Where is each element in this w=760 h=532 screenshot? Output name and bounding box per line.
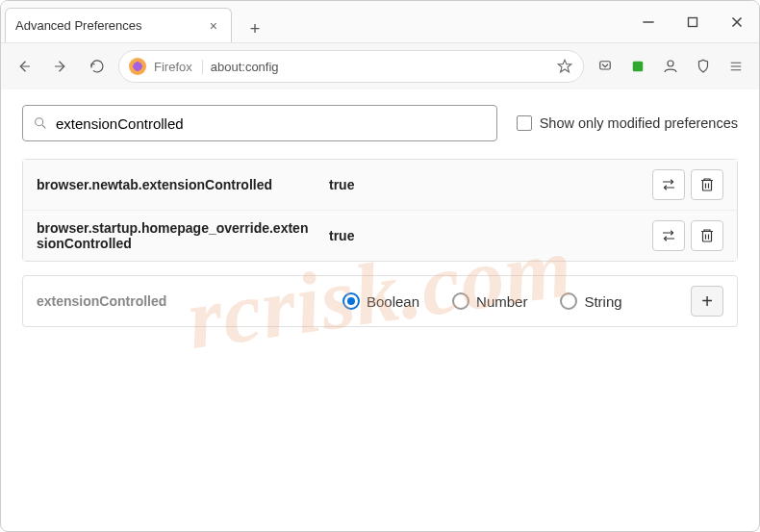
shield-icon <box>695 58 712 75</box>
minimize-window-button[interactable] <box>626 1 671 42</box>
minimize-icon <box>640 13 657 31</box>
svg-point-9 <box>668 61 673 66</box>
type-radio-number[interactable]: Number <box>452 292 527 310</box>
pocket-icon <box>596 58 614 75</box>
maximize-window-button[interactable] <box>671 1 715 42</box>
urlbar-address: about:config <box>211 60 279 74</box>
pref-row: browser.startup.homepage_override.extens… <box>23 210 737 261</box>
maximize-icon <box>684 13 701 31</box>
urlbar[interactable]: Firefox about:config <box>118 50 584 83</box>
star-icon[interactable] <box>556 58 573 75</box>
show-modified-checkbox[interactable]: Show only modified preferences <box>517 115 738 131</box>
shield-button[interactable] <box>688 51 719 82</box>
account-button[interactable] <box>655 51 686 82</box>
svg-rect-8 <box>633 62 644 72</box>
checkbox-label: Show only modified preferences <box>540 115 738 131</box>
new-pref-name: extensionControlled <box>37 293 316 309</box>
radio-icon <box>560 292 577 310</box>
radio-icon <box>342 292 360 310</box>
radio-icon <box>452 292 469 310</box>
svg-rect-18 <box>703 232 712 242</box>
svg-marker-6 <box>558 60 571 72</box>
app-menu-button[interactable] <box>721 51 751 82</box>
radio-label: String <box>584 293 621 310</box>
svg-point-13 <box>36 118 43 126</box>
extension-button[interactable] <box>622 51 653 82</box>
toggle-button[interactable] <box>652 169 685 200</box>
pref-name: browser.newtab.extensionControlled <box>37 177 316 192</box>
swap-icon <box>660 176 677 193</box>
type-radio-boolean[interactable]: Boolean <box>342 292 419 310</box>
pref-name: browser.startup.homepage_override.extens… <box>37 220 316 251</box>
forward-button[interactable] <box>45 51 76 82</box>
new-pref-row: extensionControlled Boolean Number Strin… <box>22 275 738 327</box>
reload-button[interactable] <box>82 51 113 82</box>
svg-rect-1 <box>689 17 697 26</box>
pref-value: true <box>329 177 639 192</box>
reload-icon <box>89 58 106 75</box>
type-radio-string[interactable]: String <box>560 292 621 310</box>
toggle-button[interactable] <box>652 220 685 251</box>
close-window-button[interactable] <box>715 1 759 42</box>
arrow-right-icon <box>52 58 69 75</box>
browser-tab[interactable]: Advanced Preferences × <box>5 8 232 42</box>
swap-icon <box>660 227 677 244</box>
pref-row: browser.newtab.extensionControlled true <box>23 160 737 210</box>
trash-icon <box>698 227 716 244</box>
puzzle-icon <box>629 58 646 75</box>
results-list: browser.newtab.extensionControlled true … <box>22 159 738 262</box>
radio-label: Boolean <box>367 293 419 310</box>
radio-label: Number <box>476 293 527 310</box>
search-input-wrapper <box>22 105 497 141</box>
search-icon <box>33 115 48 131</box>
close-tab-icon[interactable]: × <box>206 18 221 34</box>
arrow-left-icon <box>15 58 33 75</box>
checkbox-icon <box>517 115 532 131</box>
add-pref-button[interactable]: + <box>691 286 723 317</box>
svg-rect-7 <box>600 62 611 69</box>
svg-line-14 <box>42 125 45 128</box>
back-button[interactable] <box>9 51 39 82</box>
pocket-button[interactable] <box>590 51 621 82</box>
pref-value: true <box>329 228 639 243</box>
trash-icon <box>698 176 716 193</box>
svg-rect-15 <box>703 181 712 191</box>
account-icon <box>662 58 679 75</box>
search-input[interactable] <box>56 115 487 132</box>
urlbar-identity-label: Firefox <box>154 60 203 74</box>
delete-button[interactable] <box>691 169 723 200</box>
new-tab-button[interactable]: + <box>241 15 268 42</box>
close-icon <box>728 13 746 31</box>
firefox-logo-icon <box>129 58 146 75</box>
delete-button[interactable] <box>691 220 723 251</box>
tab-title: Advanced Preferences <box>15 18 142 33</box>
hamburger-icon <box>727 58 745 75</box>
